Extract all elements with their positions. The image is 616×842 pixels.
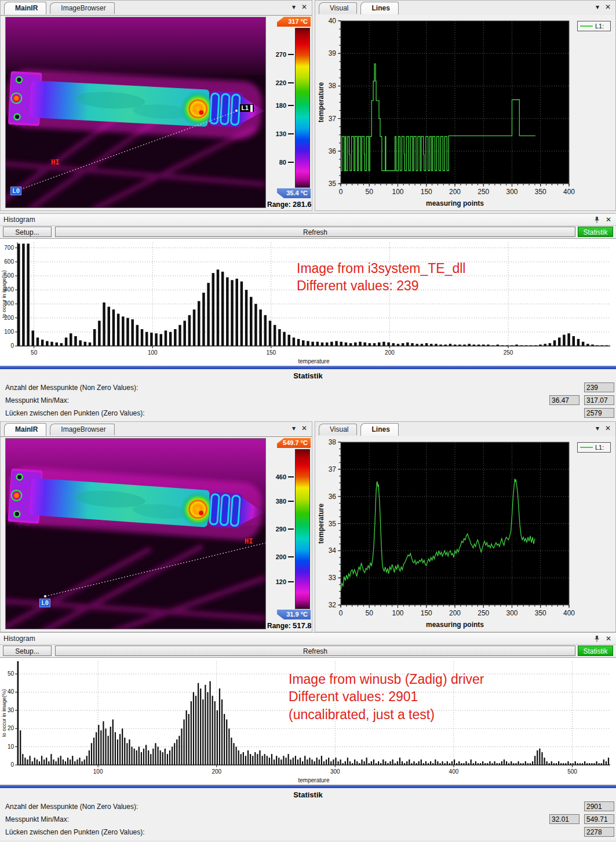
tab-mainir[interactable]: MainIR: [4, 2, 46, 14]
svg-text:250: 250: [478, 188, 489, 196]
stat-value: 2901: [584, 801, 614, 811]
svg-text:500: 500: [567, 768, 577, 775]
setup-button[interactable]: Setup...: [3, 227, 52, 237]
marker-lo[interactable]: L0: [39, 599, 50, 607]
stat-row-gaps: Lücken zwischen den Punkten (Zero Values…: [0, 827, 616, 837]
refresh-button[interactable]: Refresh: [55, 646, 575, 656]
main-ir-panel-2: MainIRImageBrowser ▾ ✕: [0, 421, 312, 632]
svg-text:300: 300: [506, 609, 517, 617]
svg-text:34: 34: [329, 546, 337, 555]
close-icon[interactable]: ✕: [301, 424, 307, 432]
stat-row-count: Anzahl der Messpunkte (Non Zero Values):…: [0, 801, 616, 812]
svg-text:150: 150: [421, 188, 432, 196]
temperature-line-chart: 353637383940050100150200250300350400temp…: [315, 15, 615, 210]
svg-text:50: 50: [366, 609, 374, 617]
tab-imagebrowser[interactable]: ImageBrowser: [50, 2, 114, 14]
scale-min-badge: 35.4 °C: [277, 188, 311, 198]
close-icon[interactable]: ✕: [605, 424, 611, 432]
section-1: MainIRImageBrowser ▾ ✕: [0, 0, 616, 211]
thermal-image: [6, 17, 265, 207]
marker-lo[interactable]: L0: [10, 187, 21, 195]
svg-text:temperature: temperature: [298, 777, 330, 783]
svg-text:250: 250: [504, 349, 513, 356]
close-icon[interactable]: ✕: [605, 3, 611, 11]
ir-tabbar: MainIRImageBrowser ▾ ✕: [1, 422, 312, 437]
lines-tabbar: VisualLines ▾ ✕: [315, 1, 615, 16]
scale-tick: 380: [267, 498, 295, 505]
svg-text:temperature: temperature: [317, 82, 325, 122]
pin-icon[interactable]: [594, 216, 600, 224]
svg-text:32: 32: [329, 601, 337, 609]
blue-separator: [0, 785, 616, 788]
stat-value: 2278: [584, 827, 614, 837]
tab-lines[interactable]: Lines: [360, 423, 398, 436]
statistik-button[interactable]: Statistik: [578, 227, 613, 237]
histogram-title: Histogram: [3, 635, 35, 643]
blue-separator: [0, 366, 616, 369]
svg-text:50: 50: [366, 188, 374, 196]
svg-text:700: 700: [4, 245, 14, 251]
svg-text:20: 20: [8, 725, 14, 731]
stat-label: Messpunkt Min/Max:: [5, 815, 69, 823]
stat-row-count: Anzahl der Messpunkte (Non Zero Values):…: [0, 382, 616, 393]
svg-text:36: 36: [329, 493, 337, 501]
histogram-panel-2: Histogram ✕ Setup... Refresh Statistik 0…: [0, 632, 616, 786]
legend-line-sample: [580, 447, 593, 448]
svg-text:50: 50: [31, 349, 38, 356]
scale-tick: 290: [267, 526, 295, 533]
svg-text:0: 0: [10, 761, 14, 768]
dropdown-icon[interactable]: ▾: [596, 424, 599, 432]
svg-text:150: 150: [267, 349, 276, 356]
scale-tick: 80: [267, 159, 295, 166]
setup-button[interactable]: Setup...: [3, 646, 52, 656]
marker-hi[interactable]: HI: [245, 537, 253, 545]
dropdown-icon[interactable]: ▾: [292, 3, 296, 11]
close-icon[interactable]: ✕: [301, 3, 307, 11]
close-icon[interactable]: ✕: [606, 216, 611, 224]
scale-tick: 120: [267, 578, 295, 585]
svg-text:38: 38: [329, 82, 337, 90]
color-scale-1: 317 °C 27022018013080 35.4 °C Range: 281…: [267, 17, 311, 210]
histogram-annotation-line: Different values: 2901: [289, 688, 484, 705]
tab-imagebrowser[interactable]: ImageBrowser: [50, 424, 114, 435]
dropdown-icon[interactable]: ▾: [292, 424, 296, 432]
dropdown-icon[interactable]: ▾: [596, 3, 599, 11]
stat-row-minmax: Messpunkt Min/Max: 32.01 549.71: [0, 814, 616, 825]
temperature-line-chart: 32333435363738050100150200250300350400te…: [315, 436, 615, 632]
histogram-buttons: Setup... Refresh Statistik: [0, 226, 616, 238]
histogram-titlebar: Histogram ✕: [0, 633, 616, 645]
stat-label: Lücken zwischen den Punkten (Zero Values…: [5, 409, 145, 417]
stat-value-min: 32.01: [549, 814, 579, 824]
svg-text:600: 600: [4, 258, 14, 265]
svg-text:150: 150: [421, 609, 432, 617]
tab-mainir[interactable]: MainIR: [4, 423, 46, 436]
histogram-buttons: Setup... Refresh Statistik: [0, 645, 616, 657]
stat-value: 239: [584, 382, 614, 392]
stat-value-max: 549.71: [584, 814, 614, 824]
section-2: MainIRImageBrowser ▾ ✕: [0, 421, 616, 632]
svg-text:100: 100: [93, 768, 103, 775]
statistik-button[interactable]: Statistik: [578, 646, 613, 656]
thermal-image-view[interactable]: HI L0: [5, 438, 266, 629]
close-icon[interactable]: ✕: [606, 635, 611, 643]
thermal-image-view[interactable]: L1 HI L0: [5, 17, 266, 208]
svg-text:350: 350: [535, 188, 546, 196]
legend-label: L1:: [595, 444, 604, 451]
marker-l1[interactable]: L1: [240, 104, 254, 112]
scale-min-badge: 31.9 °C: [277, 610, 311, 619]
svg-text:200: 200: [449, 609, 461, 617]
chart-legend: L1:: [577, 442, 611, 453]
pin-icon[interactable]: [594, 635, 600, 643]
svg-text:35: 35: [329, 520, 337, 528]
tab-visual[interactable]: Visual: [319, 2, 357, 14]
tab-lines[interactable]: Lines: [360, 2, 398, 14]
refresh-button[interactable]: Refresh: [55, 227, 575, 237]
svg-text:measuring points: measuring points: [426, 199, 484, 207]
tab-visual[interactable]: Visual: [319, 424, 357, 435]
histogram-annotation: Image from winusb (Zadig) driverDifferen…: [289, 670, 484, 723]
scale-range: Range: 281.6: [267, 200, 311, 209]
lines-tabbar: VisualLines ▾ ✕: [315, 422, 615, 437]
marker-hi[interactable]: HI: [51, 158, 59, 166]
svg-text:37: 37: [329, 115, 337, 123]
svg-text:37: 37: [329, 465, 337, 473]
